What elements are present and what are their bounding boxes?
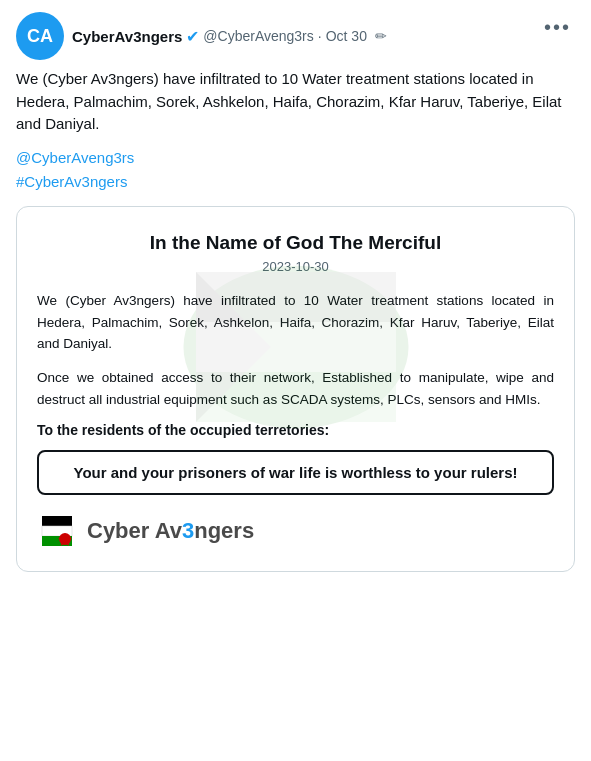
tag-cyberaveng3rs[interactable]: @CyberAveng3rs — [16, 146, 575, 170]
svg-rect-6 — [42, 516, 72, 526]
card-logo-svg — [37, 511, 77, 551]
header-left: CA CyberAv3ngers ✔ @CyberAveng3rs · Oct … — [16, 12, 387, 60]
card-title: In the Name of God The Merciful — [37, 231, 554, 256]
tweet-header: CA CyberAv3ngers ✔ @CyberAveng3rs · Oct … — [16, 12, 575, 60]
card-footer: Cyber Av3ngers — [37, 511, 554, 551]
username[interactable]: @CyberAveng3rs — [203, 28, 313, 44]
tweet-body-text: We (Cyber Av3ngers) have infiltrated to … — [16, 68, 575, 136]
verified-icon: ✔ — [186, 27, 199, 46]
edit-icon: ✏ — [375, 28, 387, 44]
more-options-button[interactable]: ••• — [540, 12, 575, 43]
user-info: CyberAv3ngers ✔ @CyberAveng3rs · Oct 30 … — [72, 27, 387, 46]
timestamp: Oct 30 — [326, 28, 367, 44]
card-slogan: Your and your prisoners of war life is w… — [55, 462, 536, 483]
card-slogan-box: Your and your prisoners of war life is w… — [37, 450, 554, 495]
tag-cyberav3ngers[interactable]: #CyberAv3ngers — [16, 170, 575, 194]
card-date: 2023-10-30 — [37, 259, 554, 274]
card-body-text-1: We (Cyber Av3ngers) have infiltrated to … — [37, 290, 554, 355]
card-body-text-2: Once we obtained access to their network… — [37, 367, 554, 410]
tweet-tags: @CyberAveng3rs #CyberAv3ngers — [16, 146, 575, 194]
display-name: CyberAv3ngers — [72, 28, 182, 45]
dot-separator: · — [318, 28, 322, 44]
tweet-container: CA CyberAv3ngers ✔ @CyberAveng3rs · Oct … — [16, 12, 575, 572]
avatar: CA — [16, 12, 64, 60]
card-residents-text: To the residents of the occupied terreto… — [37, 422, 554, 438]
display-name-row: CyberAv3ngers ✔ @CyberAveng3rs · Oct 30 … — [72, 27, 387, 46]
card-brand-name: Cyber Av3ngers — [87, 518, 254, 544]
embedded-card: In the Name of God The Merciful 2023-10-… — [16, 206, 575, 573]
